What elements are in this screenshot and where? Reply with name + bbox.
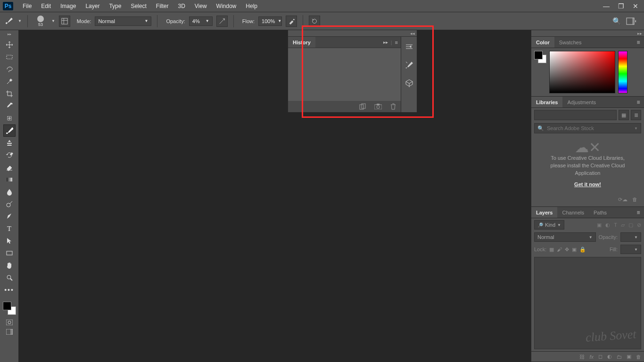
menu-edit[interactable]: Edit [36, 1, 56, 11]
opacity-dropdown[interactable]: 4%▼ [189, 16, 213, 26]
eyedropper-tool[interactable] [3, 100, 16, 112]
pen-tool[interactable] [3, 210, 16, 222]
dodge-tool[interactable] [3, 198, 16, 210]
3d-panel-icon[interactable] [404, 77, 415, 89]
tab-color[interactable]: Color [531, 37, 554, 48]
history-brush-tool[interactable] [3, 149, 16, 161]
collapse-right-panels-icon[interactable]: ▸▸ [637, 31, 642, 36]
menu-type[interactable]: Type [104, 1, 126, 11]
lock-pixels-icon[interactable]: 🖌 [557, 247, 562, 252]
brush-preset-dropdown[interactable]: ▼ [51, 19, 55, 23]
layer-filter-kind[interactable]: 🔎 Kind ▼ [534, 220, 564, 230]
flow-dropdown[interactable]: 100%▼ [258, 16, 282, 26]
filter-adjustment-icon[interactable]: ◐ [605, 222, 610, 228]
libraries-trash-icon[interactable]: 🗑 [632, 197, 637, 203]
quick-mask-button[interactable] [3, 318, 16, 327]
libraries-search[interactable]: 🔍 Search Adobe Stock ▼ [534, 123, 641, 133]
brush-presets-panel-icon[interactable] [404, 59, 415, 71]
workspace-switcher[interactable] [626, 17, 637, 25]
layer-mask-icon[interactable]: ◻ [598, 354, 603, 360]
filter-smart-icon[interactable]: ▢ [628, 222, 633, 228]
hue-slider[interactable] [618, 51, 627, 93]
color-panel-menu-icon[interactable]: ≡ [633, 37, 644, 48]
delete-state-icon[interactable] [390, 103, 396, 110]
history-collapse-icon[interactable]: ▸▸ [383, 40, 388, 45]
filter-shape-icon[interactable]: ▱ [621, 222, 625, 228]
layers-list[interactable] [534, 257, 641, 349]
gradient-tool[interactable] [3, 173, 16, 186]
menu-select[interactable]: Select [126, 1, 151, 11]
libraries-search-dropdown-icon[interactable]: ▼ [634, 126, 638, 131]
tab-adjustments[interactable]: Adjustments [562, 97, 601, 107]
marquee-tool[interactable] [3, 51, 16, 63]
layer-group-icon[interactable]: 🗀 [617, 354, 622, 360]
filter-type-icon[interactable]: T [614, 222, 617, 228]
history-list[interactable] [288, 48, 401, 101]
layer-fill-input[interactable]: ▼ [620, 245, 641, 254]
new-snapshot-icon[interactable] [374, 104, 382, 109]
layer-opacity-input[interactable]: ▼ [620, 232, 641, 242]
spot-heal-tool[interactable] [3, 112, 16, 124]
menu-window[interactable]: Window [212, 1, 241, 11]
screen-mode-button[interactable] [3, 327, 16, 337]
collapse-panels-icon[interactable]: ◂◂ [410, 31, 415, 36]
lock-artboard-icon[interactable]: ▣ [572, 247, 577, 253]
brush-panel-button[interactable] [59, 16, 70, 27]
tool-preset-dropdown[interactable]: ▼ [18, 19, 22, 23]
adjustment-layer-icon[interactable]: ◐ [607, 354, 612, 360]
filter-toggle-icon[interactable]: ⊘ [637, 222, 641, 228]
link-layers-icon[interactable]: ⛓ [579, 354, 585, 360]
search-icon[interactable]: 🔍 [612, 17, 621, 25]
libraries-list-view-icon[interactable]: ≣ [631, 110, 641, 120]
current-tool-icon[interactable] [3, 16, 14, 27]
new-document-from-state-icon[interactable] [359, 103, 366, 110]
tab-layers[interactable]: Layers [531, 207, 557, 218]
new-layer-icon[interactable]: ▣ [627, 354, 631, 360]
tab-channels[interactable]: Channels [557, 207, 588, 218]
path-select-tool[interactable] [3, 235, 16, 247]
window-close-button[interactable]: ✕ [633, 2, 638, 10]
eraser-tool[interactable] [3, 161, 16, 173]
paragraph-panel-icon[interactable] [404, 41, 415, 53]
cloud-sync-icon[interactable]: ⟳☁ [618, 197, 627, 203]
crop-tool[interactable] [3, 88, 16, 100]
brush-preset-picker[interactable]: 53 [33, 16, 48, 27]
color-panel-swatches[interactable] [534, 51, 546, 63]
rectangle-tool[interactable] [3, 247, 16, 259]
history-panel-menu-icon[interactable]: ≡ [395, 40, 398, 45]
lock-transparency-icon[interactable]: ▦ [549, 247, 554, 253]
blend-mode-dropdown[interactable]: Normal▼ [95, 16, 151, 26]
tab-history[interactable]: History [288, 37, 315, 48]
hand-tool[interactable] [3, 259, 16, 272]
delete-layer-icon[interactable]: 🗑 [636, 354, 641, 360]
lock-all-icon[interactable]: 🔒 [579, 247, 586, 253]
foreground-color-swatch[interactable] [3, 302, 11, 310]
window-minimize-button[interactable]: — [603, 2, 610, 10]
menu-image[interactable]: Image [56, 1, 81, 11]
lock-position-icon[interactable]: ✥ [565, 247, 569, 253]
tab-swatches[interactable]: Swatches [554, 37, 586, 48]
libraries-panel-menu-icon[interactable]: ≡ [633, 97, 644, 107]
get-it-now-link[interactable]: Get it now! [540, 181, 636, 188]
color-field[interactable] [549, 51, 615, 93]
size-pressure-button[interactable] [309, 16, 320, 27]
type-tool[interactable]: T [3, 222, 16, 235]
layer-effects-icon[interactable]: fx [589, 354, 594, 360]
toolbar-expand-icon[interactable]: ▸▸ [8, 33, 11, 36]
opacity-pressure-button[interactable] [216, 16, 228, 27]
zoom-tool[interactable] [3, 272, 16, 284]
menu-view[interactable]: View [190, 1, 212, 11]
tab-paths[interactable]: Paths [589, 207, 611, 218]
lasso-tool[interactable] [3, 63, 16, 75]
window-maximize-button[interactable]: ❐ [618, 2, 624, 10]
layers-panel-menu-icon[interactable]: ≡ [633, 207, 644, 218]
panel-foreground-swatch[interactable] [534, 51, 543, 59]
airbrush-button[interactable] [286, 16, 297, 27]
menu-file[interactable]: File [18, 1, 36, 11]
menu-3d[interactable]: 3D [173, 1, 190, 11]
clone-stamp-tool[interactable] [3, 137, 16, 149]
magic-wand-tool[interactable] [3, 75, 16, 88]
menu-filter[interactable]: Filter [151, 1, 173, 11]
layer-blend-mode-dropdown[interactable]: Normal▼ [534, 232, 596, 242]
menu-layer[interactable]: Layer [81, 1, 104, 11]
